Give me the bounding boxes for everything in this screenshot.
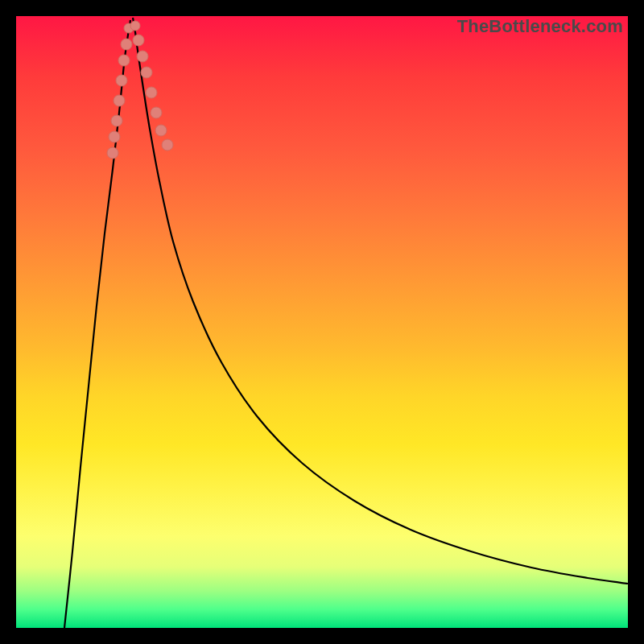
- bottleneck-curve-right: [133, 18, 628, 584]
- plot-area: [16, 16, 628, 628]
- data-marker: [133, 35, 144, 46]
- data-marker: [141, 67, 152, 78]
- watermark-text: TheBottleneck.com: [457, 16, 623, 37]
- data-marker: [118, 55, 130, 66]
- data-markers: [107, 21, 173, 159]
- data-marker: [114, 95, 125, 106]
- data-marker: [162, 139, 173, 151]
- data-marker: [116, 75, 127, 86]
- data-marker: [137, 51, 148, 62]
- data-marker: [146, 87, 157, 98]
- data-marker: [155, 125, 167, 136]
- curves-layer: [16, 16, 628, 628]
- data-marker: [121, 39, 132, 50]
- bottleneck-curve-left: [64, 20, 130, 628]
- data-marker: [130, 21, 140, 31]
- data-marker: [151, 107, 162, 118]
- chart-frame: TheBottleneck.com: [0, 0, 644, 644]
- data-marker: [109, 131, 120, 142]
- data-marker: [111, 115, 122, 126]
- data-marker: [107, 147, 118, 159]
